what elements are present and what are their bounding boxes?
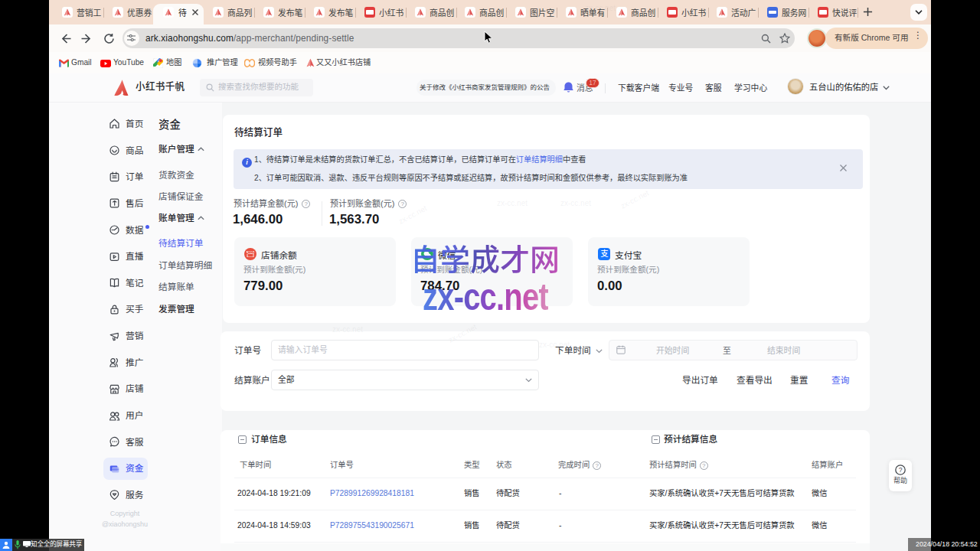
svg-text:?: ? xyxy=(899,466,903,474)
